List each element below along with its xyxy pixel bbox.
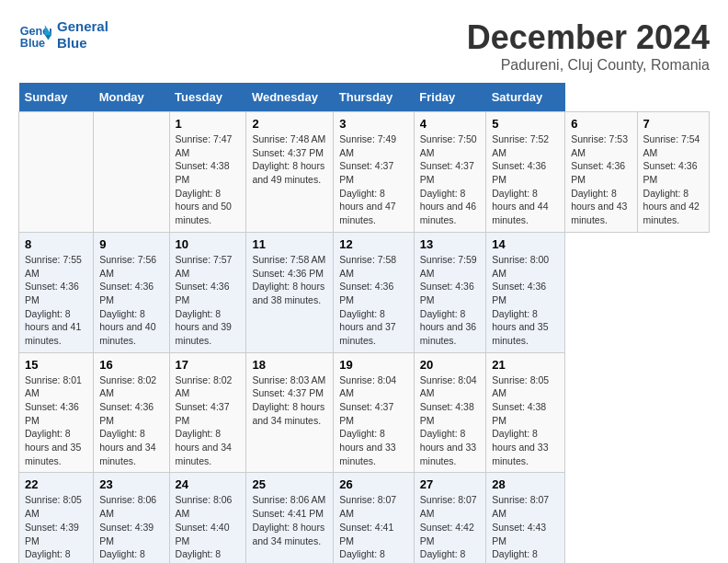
calendar-day-cell: 20Sunrise: 8:04 AMSunset: 4:38 PMDayligh… [414, 352, 485, 473]
day-number: 14 [492, 237, 559, 251]
day-info: Sunrise: 7:53 AMSunset: 4:36 PMDaylight:… [571, 133, 628, 225]
day-number: 16 [99, 358, 163, 372]
day-info: Sunrise: 8:06 AMSunset: 4:40 PMDaylight:… [176, 494, 233, 563]
day-info: Sunrise: 8:05 AMSunset: 4:38 PMDaylight:… [492, 374, 549, 466]
calendar-week-row: 15Sunrise: 8:01 AMSunset: 4:36 PMDayligh… [19, 352, 710, 473]
day-info: Sunrise: 8:04 AMSunset: 4:37 PMDaylight:… [339, 374, 396, 466]
calendar-day-cell: 5Sunrise: 7:52 AMSunset: 4:36 PMDaylight… [486, 112, 565, 233]
day-number: 1 [176, 117, 241, 131]
day-number: 21 [492, 358, 559, 372]
calendar-week-row: 8Sunrise: 7:55 AMSunset: 4:36 PMDaylight… [19, 232, 710, 352]
day-info: Sunrise: 7:56 AMSunset: 4:36 PMDaylight:… [99, 254, 156, 346]
day-info: Sunrise: 7:59 AMSunset: 4:36 PMDaylight:… [420, 254, 477, 346]
day-info: Sunrise: 7:58 AMSunset: 4:36 PMDaylight:… [339, 254, 396, 346]
day-info: Sunrise: 8:07 AMSunset: 4:43 PMDaylight:… [492, 494, 549, 563]
calendar-day-cell: 7Sunrise: 7:54 AMSunset: 4:36 PMDaylight… [637, 112, 709, 233]
title-block: December 2024 Padureni, Cluj County, Rom… [467, 18, 710, 74]
day-number: 22 [25, 477, 87, 491]
day-info: Sunrise: 7:47 AMSunset: 4:38 PMDaylight:… [176, 133, 233, 225]
day-number: 24 [176, 477, 241, 491]
day-info: Sunrise: 8:02 AMSunset: 4:37 PMDaylight:… [176, 374, 233, 466]
logo-line2: Blue [57, 35, 108, 52]
calendar-day-cell: 26Sunrise: 8:07 AMSunset: 4:41 PMDayligh… [334, 473, 415, 563]
calendar-week-row: 1Sunrise: 7:47 AMSunset: 4:38 PMDaylight… [19, 112, 710, 233]
day-info: Sunrise: 7:55 AMSunset: 4:36 PMDaylight:… [25, 254, 82, 346]
empty-cell [19, 112, 94, 233]
day-number: 13 [420, 237, 480, 251]
calendar-day-cell: 18Sunrise: 8:03 AMSunset: 4:37 PMDayligh… [246, 352, 334, 473]
day-info: Sunrise: 8:06 AMSunset: 4:41 PMDaylight:… [252, 494, 325, 546]
calendar-day-cell: 15Sunrise: 8:01 AMSunset: 4:36 PMDayligh… [19, 352, 94, 473]
calendar-day-cell: 14Sunrise: 8:00 AMSunset: 4:36 PMDayligh… [486, 232, 565, 352]
day-number: 20 [420, 358, 480, 372]
calendar-day-cell: 3Sunrise: 7:49 AMSunset: 4:37 PMDaylight… [334, 112, 415, 233]
calendar-day-cell: 27Sunrise: 8:07 AMSunset: 4:42 PMDayligh… [414, 473, 485, 563]
day-number: 9 [99, 237, 163, 251]
day-number: 18 [252, 358, 327, 372]
calendar-day-cell: 11Sunrise: 7:58 AMSunset: 4:36 PMDayligh… [246, 232, 334, 352]
day-info: Sunrise: 8:02 AMSunset: 4:36 PMDaylight:… [99, 374, 156, 466]
calendar-day-cell: 16Sunrise: 8:02 AMSunset: 4:36 PMDayligh… [94, 352, 169, 473]
day-number: 5 [492, 117, 559, 131]
day-number: 28 [492, 477, 559, 491]
day-info: Sunrise: 7:50 AMSunset: 4:37 PMDaylight:… [420, 133, 477, 225]
col-header-wednesday: Wednesday [246, 83, 334, 112]
day-info: Sunrise: 8:04 AMSunset: 4:38 PMDaylight:… [420, 374, 477, 466]
day-info: Sunrise: 8:01 AMSunset: 4:36 PMDaylight:… [25, 374, 82, 466]
day-info: Sunrise: 7:48 AMSunset: 4:37 PMDaylight:… [252, 133, 325, 185]
day-number: 10 [176, 237, 241, 251]
page-header: General Blue General Blue December 2024 … [18, 18, 710, 74]
day-number: 19 [339, 358, 408, 372]
day-number: 7 [643, 117, 703, 131]
calendar-day-cell: 4Sunrise: 7:50 AMSunset: 4:37 PMDaylight… [414, 112, 485, 233]
day-info: Sunrise: 8:00 AMSunset: 4:36 PMDaylight:… [492, 254, 549, 346]
day-info: Sunrise: 8:06 AMSunset: 4:39 PMDaylight:… [99, 494, 156, 563]
day-number: 11 [252, 237, 327, 251]
calendar-day-cell: 17Sunrise: 8:02 AMSunset: 4:37 PMDayligh… [169, 352, 246, 473]
day-number: 6 [571, 117, 631, 131]
day-info: Sunrise: 7:57 AMSunset: 4:36 PMDaylight:… [176, 254, 233, 346]
calendar-week-row: 22Sunrise: 8:05 AMSunset: 4:39 PMDayligh… [19, 473, 710, 563]
day-info: Sunrise: 7:52 AMSunset: 4:36 PMDaylight:… [492, 133, 549, 225]
calendar-day-cell: 24Sunrise: 8:06 AMSunset: 4:40 PMDayligh… [169, 473, 246, 563]
day-info: Sunrise: 8:03 AMSunset: 4:37 PMDaylight:… [252, 374, 325, 426]
calendar-day-cell: 22Sunrise: 8:05 AMSunset: 4:39 PMDayligh… [19, 473, 94, 563]
day-number: 8 [25, 237, 87, 251]
month-title: December 2024 [467, 18, 710, 57]
svg-text:Blue: Blue [20, 37, 45, 50]
logo-line1: General [57, 18, 108, 35]
calendar-day-cell: 28Sunrise: 8:07 AMSunset: 4:43 PMDayligh… [486, 473, 565, 563]
day-info: Sunrise: 8:07 AMSunset: 4:41 PMDaylight:… [339, 494, 396, 563]
col-header-friday: Friday [414, 83, 485, 112]
calendar-day-cell: 25Sunrise: 8:06 AMSunset: 4:41 PMDayligh… [246, 473, 334, 563]
day-info: Sunrise: 7:54 AMSunset: 4:36 PMDaylight:… [643, 133, 700, 225]
calendar-day-cell: 19Sunrise: 8:04 AMSunset: 4:37 PMDayligh… [334, 352, 415, 473]
calendar-day-cell: 21Sunrise: 8:05 AMSunset: 4:38 PMDayligh… [486, 352, 565, 473]
calendar-day-cell: 10Sunrise: 7:57 AMSunset: 4:36 PMDayligh… [169, 232, 246, 352]
calendar-table: SundayMondayTuesdayWednesdayThursdayFrid… [18, 83, 710, 563]
day-info: Sunrise: 8:05 AMSunset: 4:39 PMDaylight:… [25, 494, 82, 563]
calendar-day-cell: 2Sunrise: 7:48 AMSunset: 4:37 PMDaylight… [246, 112, 334, 233]
day-number: 12 [339, 237, 408, 251]
col-header-sunday: Sunday [19, 83, 94, 112]
logo-icon: General Blue [18, 18, 51, 52]
day-number: 25 [252, 477, 327, 491]
col-header-thursday: Thursday [334, 83, 415, 112]
calendar-header-row: SundayMondayTuesdayWednesdayThursdayFrid… [19, 83, 710, 112]
day-info: Sunrise: 7:49 AMSunset: 4:37 PMDaylight:… [339, 133, 396, 225]
day-number: 4 [420, 117, 480, 131]
day-number: 23 [99, 477, 163, 491]
day-number: 2 [252, 117, 327, 131]
calendar-day-cell: 13Sunrise: 7:59 AMSunset: 4:36 PMDayligh… [414, 232, 485, 352]
calendar-day-cell: 12Sunrise: 7:58 AMSunset: 4:36 PMDayligh… [334, 232, 415, 352]
day-number: 27 [420, 477, 480, 491]
col-header-tuesday: Tuesday [169, 83, 246, 112]
day-number: 17 [176, 358, 241, 372]
day-number: 15 [25, 358, 87, 372]
calendar-day-cell: 23Sunrise: 8:06 AMSunset: 4:39 PMDayligh… [94, 473, 169, 563]
calendar-day-cell: 1Sunrise: 7:47 AMSunset: 4:38 PMDaylight… [169, 112, 246, 233]
location: Padureni, Cluj County, Romania [467, 57, 710, 74]
calendar-day-cell: 8Sunrise: 7:55 AMSunset: 4:36 PMDaylight… [19, 232, 94, 352]
calendar-day-cell: 6Sunrise: 7:53 AMSunset: 4:36 PMDaylight… [565, 112, 637, 233]
col-header-saturday: Saturday [486, 83, 565, 112]
